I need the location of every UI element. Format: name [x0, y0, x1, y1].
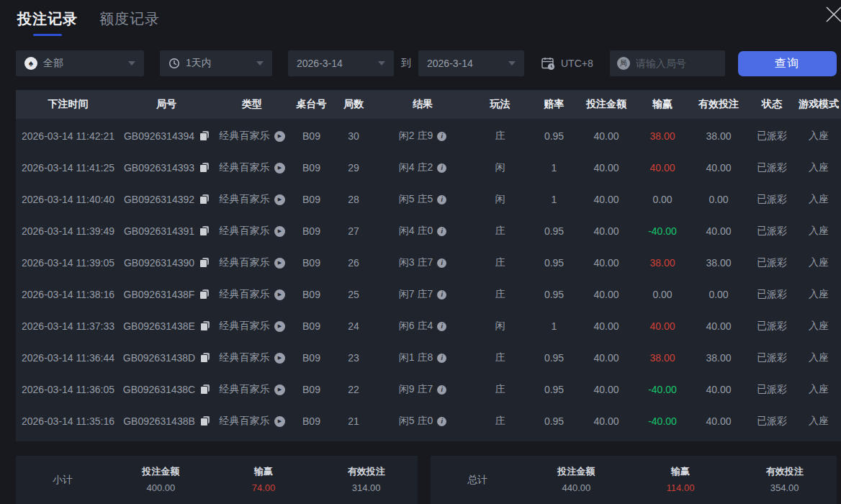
column-header: 下注时间	[16, 98, 120, 111]
odds: 0.95	[531, 384, 577, 395]
round-number: GB0926314394	[120, 130, 212, 142]
bet-amount: 40.00	[577, 384, 635, 395]
play-type: 庄	[469, 383, 531, 396]
valid-bet: 38.00	[690, 130, 747, 142]
play-icon[interactable]: ▶	[274, 321, 285, 332]
info-icon[interactable]: i	[437, 132, 446, 141]
info-icon[interactable]: i	[437, 354, 446, 363]
play-icon[interactable]: ▶	[274, 131, 285, 142]
copy-icon[interactable]	[199, 194, 209, 204]
table-number: B09	[292, 257, 331, 269]
win-loss: -40.00	[635, 384, 690, 395]
odds: 0.95	[531, 289, 577, 300]
info-icon[interactable]: i	[437, 385, 446, 395]
column-header: 桌台号	[292, 98, 331, 111]
info-icon[interactable]: i	[437, 417, 446, 426]
info-icon[interactable]: i	[437, 163, 446, 173]
date-from-value: 2026-3-14	[297, 58, 372, 69]
date-from-select[interactable]: 2026-3-14	[288, 50, 394, 76]
play-icon[interactable]: ▶	[274, 194, 285, 205]
valid-bet: 40.00	[690, 162, 747, 174]
copy-icon[interactable]	[199, 226, 209, 236]
round-number-input[interactable]	[636, 58, 715, 69]
date-to-select[interactable]: 2026-3-14	[418, 50, 524, 76]
status: 已派彩	[747, 320, 796, 333]
table-number: B09	[292, 130, 331, 142]
query-button[interactable]: 查询	[738, 51, 837, 76]
copy-icon[interactable]	[199, 131, 209, 141]
total-win-loss: 输赢 114.00	[629, 465, 733, 493]
chevron-down-icon	[128, 61, 135, 66]
win-loss: 38.00	[635, 130, 690, 142]
play-icon[interactable]: ▶	[274, 258, 285, 269]
play-icon[interactable]: ▶	[274, 416, 285, 427]
info-icon[interactable]: i	[437, 290, 446, 300]
bet-amount: 40.00	[577, 225, 635, 237]
play-icon[interactable]: ▶	[274, 163, 285, 174]
play-type: 庄	[469, 130, 531, 143]
result: 闲3 庄7i	[376, 256, 469, 269]
column-header: 赔率	[531, 98, 577, 111]
info-icon[interactable]: i	[437, 227, 446, 236]
copy-icon[interactable]	[200, 321, 210, 331]
play-icon[interactable]: ▶	[274, 384, 285, 395]
play-icon[interactable]: ▶	[274, 353, 285, 364]
close-icon[interactable]	[821, 1, 841, 27]
table-row: 2026-03-14 11:35:16GB092631438B经典百家乐▶B09…	[16, 405, 841, 437]
bet-amount: 40.00	[577, 162, 635, 174]
bet-time: 2026-03-14 11:39:05	[16, 257, 120, 269]
to-label: 到	[401, 57, 411, 70]
status: 已派彩	[747, 256, 796, 269]
status: 已派彩	[747, 225, 796, 238]
valid-bet: 40.00	[690, 225, 747, 237]
result: 闲9 庄7i	[376, 383, 469, 396]
valid-bet: 0.00	[690, 194, 747, 205]
copy-icon[interactable]	[200, 416, 210, 426]
tab-bet-records[interactable]: 投注记录	[17, 9, 78, 36]
copy-icon[interactable]	[200, 353, 210, 363]
subtotal-label: 小计	[16, 465, 109, 487]
odds: 0.95	[531, 130, 577, 142]
copy-icon[interactable]	[199, 258, 209, 268]
info-icon[interactable]: i	[437, 195, 446, 204]
bet-amount: 40.00	[577, 257, 635, 269]
tab-quota-records[interactable]: 额度记录	[99, 9, 160, 36]
tab-bet-records-label: 投注记录	[17, 9, 78, 29]
total-label: 总计	[431, 465, 524, 487]
total-panel: 总计 投注金额 440.00 输赢 114.00 有效投注 354.00	[431, 456, 837, 504]
bet-amount: 40.00	[577, 130, 635, 142]
play-icon[interactable]: ▶	[274, 289, 285, 300]
play-type: 闲	[469, 193, 531, 206]
bet-time: 2026-03-14 11:35:16	[16, 415, 120, 427]
subtotal-valid-bet: 有效投注 314.00	[315, 465, 418, 493]
time-range-select[interactable]: 1天内	[160, 50, 272, 76]
column-header: 投注金额	[577, 98, 635, 111]
table-number: B09	[292, 415, 331, 427]
round-count: 28	[331, 194, 376, 205]
info-icon[interactable]: i	[437, 258, 446, 268]
bet-time: 2026-03-14 11:36:44	[16, 352, 120, 364]
game-mode: 入座	[796, 193, 841, 206]
tab-bar: 投注记录 额度记录	[17, 9, 160, 36]
date-to-value: 2026-3-14	[427, 58, 503, 69]
copy-icon[interactable]	[199, 289, 209, 300]
play-icon[interactable]: ▶	[274, 226, 285, 237]
game-type-select[interactable]: ♠ 全部	[16, 50, 144, 76]
copy-icon[interactable]	[199, 163, 209, 173]
status: 已派彩	[747, 383, 796, 396]
odds: 1	[531, 162, 577, 174]
active-tab-underline	[33, 34, 62, 36]
bet-records-table: 下注时间局号类型桌台号局数结果玩法赔率投注金额输赢有效投注状态游戏模式 2026…	[16, 90, 841, 441]
clock-icon	[168, 58, 180, 69]
table-row: 2026-03-14 11:36:05GB092631438C经典百家乐▶B09…	[16, 374, 841, 405]
win-loss: 38.00	[635, 352, 690, 364]
game-mode: 入座	[796, 288, 841, 301]
bet-amount: 40.00	[577, 320, 635, 332]
game-type-value: 全部	[43, 57, 122, 70]
column-header: 局号	[120, 98, 212, 111]
odds: 0.95	[531, 352, 577, 364]
game-mode: 入座	[796, 161, 841, 174]
game-type: 经典百家乐▶	[212, 351, 292, 364]
copy-icon[interactable]	[200, 384, 210, 395]
info-icon[interactable]: i	[437, 322, 446, 331]
